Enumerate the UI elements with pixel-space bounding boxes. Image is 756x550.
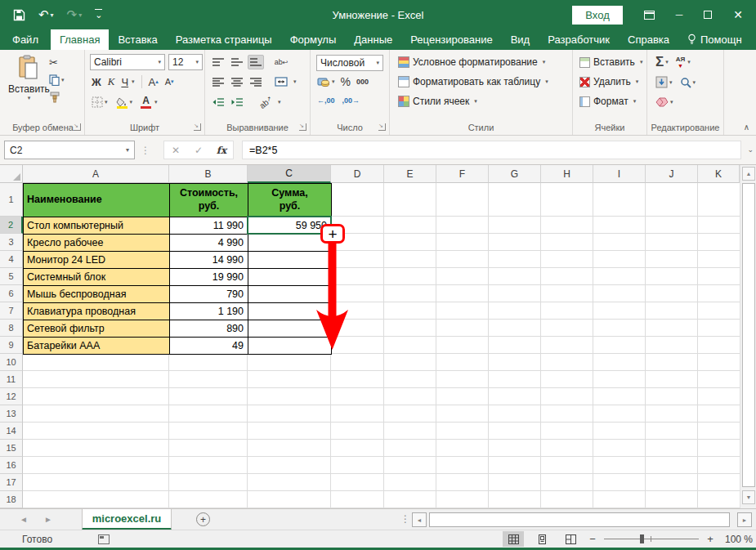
col-header-F[interactable]: F [436,165,489,183]
cell-B1[interactable]: Стоимость, руб. [169,183,248,217]
cell-B2[interactable]: 11 990 [169,217,248,235]
col-header-I[interactable]: I [593,165,646,183]
clipboard-dialog-launcher-icon[interactable]: ↘ [74,123,81,131]
increase-indent-button[interactable] [229,95,245,110]
row-header-2[interactable]: 2 [0,217,23,234]
comma-style-button[interactable]: 000 [356,78,369,86]
fill-handle-cursor-annotation[interactable]: + [320,224,345,244]
merge-caret-icon[interactable]: ▾ [293,78,297,85]
delete-cells-button[interactable]: Удалить ▾ [579,76,638,87]
col-header-H[interactable]: H [541,165,593,183]
undo-caret-icon[interactable]: ▾ [51,11,54,19]
tab-help[interactable]: Справка [619,29,678,50]
conditional-formatting-button[interactable]: Условное форматирование ▾ [398,56,545,68]
zoom-slider[interactable] [604,539,699,539]
row-header-9[interactable]: 9 [0,337,23,354]
decrease-decimal-button[interactable]: ,00→ [342,96,360,105]
align-middle-button[interactable] [229,55,245,69]
row-header-3[interactable]: 3 [0,234,23,251]
row-header-6[interactable]: 6 [0,285,23,302]
clear-button[interactable]: ▾ [655,97,673,107]
page-break-view-button[interactable] [560,531,581,547]
tab-insert[interactable]: Вставка [109,29,166,50]
font-dialog-launcher-icon[interactable]: ↘ [194,123,201,131]
font-color-caret-icon[interactable]: ▾ [154,99,158,105]
copy-caret-icon[interactable]: ▾ [61,77,65,83]
cell-B4[interactable]: 14 990 [169,251,248,269]
autosum-button[interactable]: Σ▾ [655,54,669,70]
paste-caret-icon[interactable]: ▾ [8,95,50,101]
row-header-18[interactable]: 18 [0,491,23,508]
ribbon-display-options-icon[interactable] [644,11,655,20]
row-header-16[interactable]: 16 [0,457,23,474]
row-header-12[interactable]: 12 [0,388,23,405]
row-header-13[interactable]: 13 [0,405,23,423]
scroll-up-icon[interactable]: ▲ [742,167,755,181]
alignment-dialog-launcher-icon[interactable]: ↘ [299,123,306,131]
format-as-table-button[interactable]: Форматировать как таблицу ▾ [398,76,548,87]
cancel-entry-button[interactable]: ✕ [164,145,187,156]
next-sheet-icon[interactable]: ► [44,515,52,524]
tab-review[interactable]: Рецензирование [401,29,501,50]
row-header-15[interactable]: 15 [0,440,23,457]
sheet-tab-active[interactable]: microexcel.ru [82,509,172,530]
cell-B7[interactable]: 1 190 [169,302,248,320]
normal-view-button[interactable] [503,531,524,547]
col-header-D[interactable]: D [331,165,384,183]
formula-bar-expand-icon[interactable]: ⌄ [747,145,754,154]
vertical-scrollbar-thumb[interactable] [742,183,755,487]
formula-bar-splitter[interactable]: ⋮ [141,145,150,156]
insert-cells-button[interactable]: Вставить ▾ [579,56,642,68]
italic-button[interactable]: К [108,75,115,88]
cell-A7[interactable]: Клавиатура проводная [23,302,170,320]
macro-record-icon[interactable] [98,534,110,544]
cell-A1[interactable]: Наименование [23,183,170,217]
row-header-4[interactable]: 4 [0,251,23,268]
minimize-button[interactable]: ─ [676,9,683,20]
row-header-10[interactable]: 10 [0,354,23,371]
number-dialog-launcher-icon[interactable]: ↘ [378,123,386,131]
row-header-14[interactable]: 14 [0,423,23,440]
number-format-combo[interactable]: Числовой▾ [316,55,383,71]
tab-home[interactable]: Главная [51,29,109,50]
format-painter-button[interactable] [49,92,60,103]
redo-button[interactable]: ↷▾ [67,7,83,22]
cell-A5[interactable]: Системный блок [23,268,170,286]
col-header-B[interactable]: B [169,165,248,183]
tab-strip-splitter[interactable]: ⋮ [400,513,411,525]
row-header-17[interactable]: 17 [0,474,23,491]
tab-assistant[interactable]: Помощн [678,29,751,50]
select-all-corner[interactable] [0,165,23,183]
col-header-E[interactable]: E [384,165,436,183]
cell-A6[interactable]: Мышь беспроводная [23,285,170,303]
row-header-5[interactable]: 5 [0,268,23,285]
col-header-G[interactable]: G [489,165,541,183]
confirm-entry-button[interactable]: ✓ [187,145,210,156]
prev-sheet-icon[interactable]: ◄ [20,515,28,524]
col-header-J[interactable]: J [646,165,698,183]
percent-style-button[interactable]: % [341,75,351,88]
close-button[interactable]: ✕ [733,8,743,21]
cell-A4[interactable]: Монитор 24 LED [23,251,170,269]
tab-formulas[interactable]: Формулы [281,29,346,50]
cell-B6[interactable]: 790 [169,285,248,303]
merge-center-button[interactable] [273,74,289,89]
font-color-button[interactable]: А [141,96,151,109]
scroll-down-icon[interactable]: ▼ [742,490,755,504]
format-cells-button[interactable]: Формат ▾ [579,96,636,107]
hscroll-left-icon[interactable]: ◄ [412,512,427,527]
zoom-out-button[interactable]: − [588,533,597,545]
row-header-11[interactable]: 11 [0,371,23,388]
collapse-ribbon-button[interactable]: ∧ [744,123,749,132]
orientation-caret-icon[interactable]: ▾ [278,99,281,105]
row-header-8[interactable]: 8 [0,320,23,337]
bold-button[interactable]: Ж [92,76,101,88]
cell-A2[interactable]: Стол компьютерный [23,217,170,235]
horizontal-scrollbar-thumb[interactable] [429,512,730,527]
grow-font-button[interactable]: А▴ [149,76,159,88]
formula-input[interactable]: =B2*5 [242,141,741,159]
cell-B8[interactable]: 890 [169,320,248,338]
name-box-caret-icon[interactable]: ▾ [121,146,134,154]
col-header-K[interactable]: K [698,165,740,183]
font-name-combo[interactable]: Calibri▾ [90,54,165,70]
